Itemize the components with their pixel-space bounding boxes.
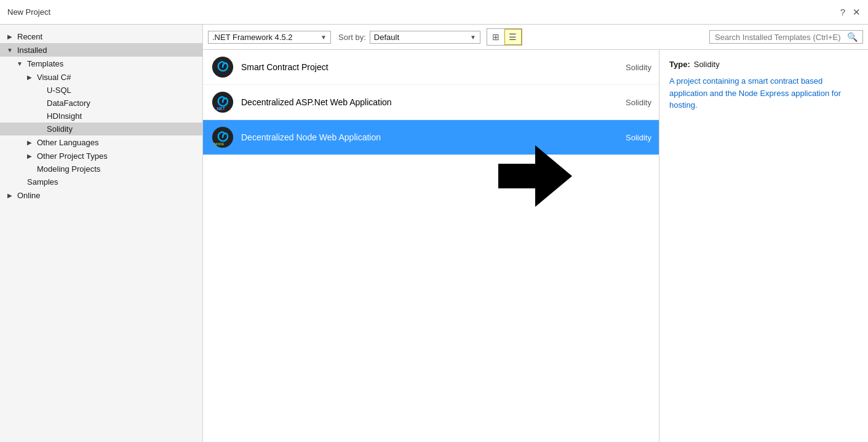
sidebar-label-solidity: Solidity [47, 124, 73, 134]
project-row-decentralized-asp[interactable]: .NET Decentralized ASP.Net Web Applicati… [203, 85, 659, 120]
sidebar-item-datafactory[interactable]: DataFactory [0, 97, 202, 110]
sort-label: Sort by: [338, 33, 366, 42]
sort-dropdown[interactable]: Default ▼ [370, 31, 480, 44]
type-value: Solidity [694, 60, 720, 69]
project-icon-decentralized-node: NODE [210, 125, 235, 150]
tree-toggle-online[interactable]: ▶ [5, 190, 15, 200]
tree-toggle-other-project-types[interactable]: ▶ [25, 151, 34, 161]
sidebar-label-modeling-projects: Modeling Projects [37, 164, 100, 174]
sidebar-item-installed[interactable]: ▼Installed [0, 43, 202, 57]
dialog-title: New Project [7, 7, 50, 17]
project-icon-decentralized-asp: .NET [210, 90, 235, 115]
help-button[interactable]: ? [840, 7, 845, 17]
sidebar-item-other-languages[interactable]: ▶Other Languages [0, 135, 202, 149]
sidebar-label-templates: Templates [27, 59, 63, 68]
sort-dropdown-arrow: ▼ [470, 34, 476, 41]
title-bar: New Project ? ✕ [0, 0, 868, 25]
project-name-decentralized-asp: Decentralized ASP.Net Web Application [241, 97, 602, 107]
framework-dropdown[interactable]: .NET Framework 4.5.2 ▼ [208, 31, 331, 44]
sidebar-label-installed: Installed [17, 46, 47, 55]
search-input[interactable] [715, 33, 847, 42]
main-content: .NET Framework 4.5.2 ▼ Sort by: Default … [203, 25, 868, 442]
list-panel-container: Smart Contract ProjectSolidity .NET Dece… [203, 50, 868, 442]
view-toggle: ⊞ ☰ [487, 28, 522, 46]
sidebar-label-online: Online [17, 191, 41, 200]
project-name-smart-contract: Smart Contract Project [241, 62, 602, 72]
view-grid-button[interactable]: ⊞ [487, 29, 504, 45]
sidebar-label-hdinsight: HDInsight [47, 111, 82, 121]
sidebar-item-recent[interactable]: ▶Recent [0, 30, 202, 43]
sidebar-label-usql: U-SQL [47, 86, 71, 95]
project-name-decentralized-node: Decentralized Node Web Application [241, 132, 602, 142]
sidebar-item-visual-csharp[interactable]: ▶Visual C# [0, 70, 202, 84]
sidebar-label-recent: Recent [17, 32, 42, 41]
sidebar-label-visual-csharp: Visual C# [37, 73, 71, 82]
sidebar-item-samples[interactable]: Samples [0, 175, 202, 188]
sidebar-label-datafactory: DataFactory [47, 98, 90, 108]
project-type-decentralized-node: Solidity [602, 133, 651, 142]
sidebar-label-samples: Samples [27, 177, 58, 187]
sidebar-item-modeling-projects[interactable]: Modeling Projects [0, 163, 202, 175]
project-description: A project containing a smart contract ba… [669, 75, 858, 111]
title-bar-controls: ? ✕ [840, 7, 861, 18]
project-icon-smart-contract [210, 55, 235, 79]
project-type-smart-contract: Solidity [602, 63, 651, 72]
sidebar: ▶Recent▼Installed▼Templates▶Visual C#U-S… [0, 25, 203, 442]
tree-toggle-templates[interactable]: ▼ [15, 58, 25, 68]
view-list-button[interactable]: ☰ [504, 29, 522, 45]
sidebar-label-other-project-types: Other Project Types [37, 151, 108, 161]
tree-toggle-recent[interactable]: ▶ [5, 31, 15, 41]
close-button[interactable]: ✕ [853, 7, 861, 18]
sort-value: Default [374, 33, 468, 42]
tree-toggle-installed[interactable]: ▼ [5, 45, 15, 55]
project-row-smart-contract[interactable]: Smart Contract ProjectSolidity [203, 50, 659, 85]
project-list: Smart Contract ProjectSolidity .NET Dece… [203, 50, 659, 442]
tree-toggle-visual-csharp[interactable]: ▶ [25, 72, 34, 82]
svg-text:NODE: NODE [214, 142, 225, 146]
svg-text:.NET: .NET [216, 106, 225, 111]
search-box[interactable]: 🔍 [709, 30, 863, 44]
dialog-body: ▶Recent▼Installed▼Templates▶Visual C#U-S… [0, 25, 868, 442]
sidebar-item-hdinsight[interactable]: HDInsight [0, 110, 202, 123]
sidebar-item-online[interactable]: ▶Online [0, 188, 202, 202]
framework-value: .NET Framework 4.5.2 [212, 33, 318, 42]
tree-toggle-other-languages[interactable]: ▶ [25, 137, 34, 147]
sidebar-item-other-project-types[interactable]: ▶Other Project Types [0, 149, 202, 163]
type-label: Type: [669, 60, 690, 69]
sidebar-label-other-languages: Other Languages [37, 138, 98, 147]
right-panel: Type: Solidity A project containing a sm… [659, 50, 868, 442]
sidebar-item-usql[interactable]: U-SQL [0, 84, 202, 97]
toolbar: .NET Framework 4.5.2 ▼ Sort by: Default … [203, 25, 868, 50]
project-type-decentralized-asp: Solidity [602, 98, 651, 107]
framework-dropdown-arrow: ▼ [321, 34, 327, 41]
sidebar-item-solidity[interactable]: Solidity [0, 123, 202, 135]
sidebar-item-templates[interactable]: ▼Templates [0, 57, 202, 70]
project-row-decentralized-node[interactable]: NODE Decentralized Node Web ApplicationS… [203, 120, 659, 155]
search-icon: 🔍 [847, 32, 858, 42]
